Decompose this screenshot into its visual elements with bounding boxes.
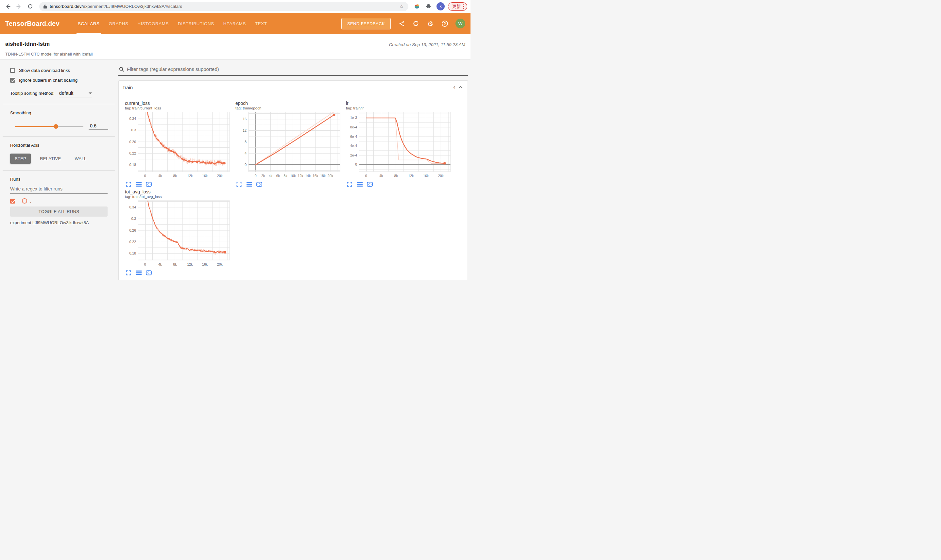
- show-download-links-row[interactable]: Show data download links: [10, 68, 118, 73]
- browser-menu-icon[interactable]: [463, 4, 464, 9]
- runs-selector-icon[interactable]: [136, 270, 142, 276]
- svg-text:0: 0: [144, 174, 146, 178]
- tab-distributions[interactable]: DISTRIBUTIONS: [173, 13, 219, 34]
- gear-icon[interactable]: ⚙: [427, 20, 434, 27]
- reload-icon[interactable]: [26, 2, 35, 11]
- svg-text:20k: 20k: [217, 262, 223, 266]
- svg-text:4k: 4k: [379, 174, 383, 178]
- axis-button-relative[interactable]: RELATIVE: [35, 154, 65, 164]
- forward-icon[interactable]: [14, 2, 23, 11]
- toggle-all-runs-button[interactable]: TOGGLE ALL RUNS: [10, 206, 108, 217]
- ignore-outliers-row[interactable]: Ignore outliers in chart scaling: [10, 78, 118, 83]
- svg-text:8k: 8k: [173, 262, 177, 266]
- tab-histograms[interactable]: HISTOGRAMS: [133, 13, 174, 34]
- chart-plot[interactable]: 02k4k6k8k10k12k14k16k18k20k0481216: [235, 110, 346, 181]
- slider-thumb[interactable]: [54, 124, 58, 129]
- svg-text:4: 4: [245, 151, 247, 155]
- scalar-chart-lr: lr tag: train/lr 04k8k12k16k20k02e-44e-4…: [346, 101, 457, 187]
- experiment-run-label: experiment LJI9MWUORLOw3jkdhxwk8A: [10, 220, 118, 225]
- svg-text:16k: 16k: [202, 262, 208, 266]
- chart-plot[interactable]: 04k8k12k16k20k0.180.220.260.30.34: [125, 198, 235, 269]
- star-icon[interactable]: ☆: [398, 4, 405, 9]
- url-text: tensorboard.dev/experiment/LJI9MWUORLOw3…: [50, 4, 398, 9]
- runs-selector-icon[interactable]: [136, 182, 142, 187]
- chart-title: lr: [346, 101, 457, 106]
- expand-icon[interactable]: [125, 182, 131, 187]
- svg-text:0.34: 0.34: [130, 117, 136, 120]
- smoothing-slider[interactable]: [15, 124, 83, 129]
- search-icon: [119, 67, 124, 72]
- svg-text:10k: 10k: [290, 174, 296, 178]
- extensions-puzzle-icon[interactable]: [424, 2, 433, 11]
- send-feedback-button[interactable]: SEND FEEDBACK: [341, 18, 391, 29]
- svg-text:1e-3: 1e-3: [350, 115, 357, 120]
- fit-domain-icon[interactable]: [256, 182, 262, 187]
- extension-bowl-icon[interactable]: [413, 2, 421, 11]
- svg-text:12k: 12k: [187, 174, 193, 178]
- expand-icon[interactable]: [125, 270, 131, 276]
- experiment-name: aishell-tdnn-lstm: [5, 41, 93, 48]
- tab-text[interactable]: TEXT: [250, 13, 272, 34]
- tab-scalars[interactable]: SCALARS: [73, 13, 104, 34]
- divider: [3, 136, 115, 137]
- axis-button-step[interactable]: STEP: [10, 154, 31, 164]
- url-bar[interactable]: tensorboard.dev/experiment/LJI9MWUORLOw3…: [39, 2, 408, 11]
- runs-selector-icon[interactable]: [357, 182, 363, 187]
- svg-text:0.34: 0.34: [130, 205, 136, 209]
- axis-button-wall[interactable]: WALL: [70, 154, 91, 164]
- svg-text:6k: 6k: [276, 174, 280, 178]
- svg-text:20k: 20k: [438, 174, 444, 178]
- collapse-chevron-icon[interactable]: [458, 86, 463, 89]
- expand-icon[interactable]: [347, 182, 352, 187]
- svg-text:0: 0: [245, 163, 247, 167]
- chart-plot[interactable]: 04k8k12k16k20k0.180.220.260.30.34: [125, 110, 235, 181]
- svg-text:0.26: 0.26: [130, 228, 136, 232]
- svg-text:12k: 12k: [187, 262, 193, 266]
- ignore-outliers-checkbox[interactable]: [10, 78, 15, 83]
- runs-selector-icon[interactable]: [246, 182, 252, 187]
- svg-text:18k: 18k: [320, 174, 326, 178]
- train-card-header[interactable]: train 4: [119, 81, 467, 94]
- scalar-chart-epoch: epoch tag: train/epoch 02k4k6k8k10k12k14…: [235, 101, 346, 187]
- app-header: TensorBoard.dev SCALARSGRAPHSHISTOGRAMSD…: [0, 13, 470, 34]
- tag-filter-row[interactable]: Filter tags (regular expressions support…: [118, 66, 468, 76]
- tab-hparams[interactable]: HPARAMS: [219, 13, 250, 34]
- svg-text:0: 0: [355, 162, 357, 166]
- tooltip-sorting-dropdown[interactable]: default: [59, 91, 92, 97]
- browser-profile-avatar[interactable]: k: [437, 2, 445, 11]
- expand-icon[interactable]: [236, 182, 242, 187]
- fit-domain-icon[interactable]: [367, 182, 373, 187]
- lock-icon: [43, 4, 47, 9]
- share-icon[interactable]: [398, 20, 405, 27]
- chart-plot[interactable]: 04k8k12k16k20k02e-44e-46e-48e-41e-3: [346, 110, 457, 181]
- tab-graphs[interactable]: GRAPHS: [104, 13, 133, 34]
- fit-domain-icon[interactable]: [146, 270, 152, 276]
- refresh-icon[interactable]: [412, 20, 420, 27]
- svg-text:0.3: 0.3: [131, 128, 136, 132]
- user-avatar[interactable]: W: [455, 18, 465, 28]
- svg-text:12k: 12k: [298, 174, 304, 178]
- help-icon[interactable]: ?: [441, 20, 448, 27]
- train-card: train 4 current_loss tag: train/current_…: [118, 80, 468, 280]
- svg-text:0.22: 0.22: [130, 151, 136, 155]
- run-row[interactable]: .: [10, 198, 118, 203]
- runs-filter-input[interactable]: Write a regex to filter runs: [10, 186, 108, 194]
- experiment-header: aishell-tdnn-lstm TDNN-LSTM CTC model fo…: [0, 34, 470, 59]
- svg-text:8: 8: [245, 140, 247, 144]
- smoothing-value-input[interactable]: 0.6: [89, 123, 108, 130]
- fit-domain-icon[interactable]: [146, 182, 152, 187]
- run-checkbox[interactable]: [10, 198, 15, 203]
- tag-filter-placeholder: Filter tags (regular expressions support…: [127, 66, 219, 72]
- browser-update-button[interactable]: 更新: [448, 2, 467, 11]
- svg-text:8e-4: 8e-4: [350, 125, 357, 129]
- experiment-created: Created on Sep 13, 2021, 11:59:23 AM: [389, 42, 465, 47]
- svg-text:0.3: 0.3: [131, 217, 136, 220]
- svg-text:4e-4: 4e-4: [350, 144, 357, 148]
- chart-title: current_loss: [125, 101, 235, 106]
- smoothing-label: Smoothing: [10, 111, 118, 115]
- svg-text:12k: 12k: [408, 174, 414, 178]
- divider: [3, 170, 115, 171]
- show-download-links-checkbox[interactable]: [10, 68, 15, 73]
- back-icon[interactable]: [3, 2, 12, 11]
- svg-text:0.26: 0.26: [130, 140, 136, 144]
